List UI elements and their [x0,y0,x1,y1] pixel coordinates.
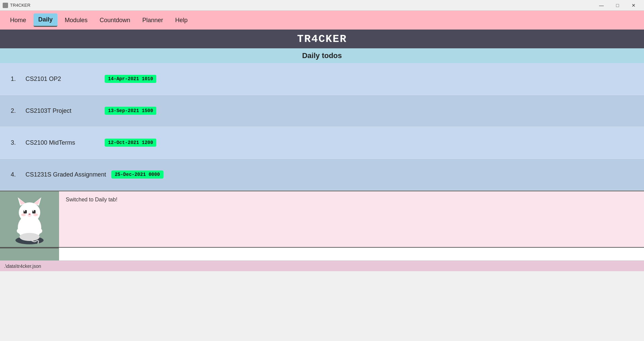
svg-point-17 [19,233,40,241]
todo-number: 2. [11,107,20,114]
mascot-input-spacer [0,248,59,260]
todo-list: 1. CS2101 OP2 14-Apr-2021 1010 2. CS2103… [0,63,644,191]
todo-number: 4. [11,171,20,178]
input-row [0,247,644,260]
svg-point-11 [21,213,26,216]
todo-badge: 14-Apr-2021 1010 [105,75,156,83]
close-button[interactable]: ✕ [626,0,641,11]
mascot-area [0,191,59,247]
svg-point-16 [36,228,42,234]
menu-bar: Home Daily Modules Countdown Planner Hel… [0,11,644,30]
todo-badge: 13-Sep-2021 1500 [105,107,156,115]
menu-item-modules[interactable]: Modules [60,14,92,27]
table-row: 1. CS2101 OP2 14-Apr-2021 1010 [0,63,644,95]
svg-point-10 [33,210,34,211]
app-icon [3,3,8,8]
svg-point-12 [33,213,38,216]
todo-number: 3. [11,139,20,146]
console-panel: Switched to Daily tab! [59,191,644,247]
todo-name: CS1231S Graded Assignment [25,171,106,178]
todo-number: 1. [11,76,20,83]
subheader: Daily todos [0,48,644,63]
svg-point-15 [17,228,23,234]
console-text: Switched to Daily tab! [66,197,117,202]
svg-point-14 [29,213,31,215]
status-path: .\data\tr4cker.json [4,263,41,269]
todo-name: CS2103T Project [25,107,99,114]
title-bar: TR4CKER — □ ✕ [0,0,644,11]
todo-badge: 12-Oct-2021 1200 [105,139,156,147]
mascot-svg [6,187,53,244]
command-input[interactable] [59,248,644,260]
todo-badge: 25-Dec-2021 0000 [111,170,163,179]
menu-item-countdown[interactable]: Countdown [95,14,135,27]
title-bar-left: TR4CKER [3,3,31,8]
menu-item-daily[interactable]: Daily [34,13,57,27]
header-banner: TR4CKER [0,30,644,48]
todo-name: CS2100 MidTerms [25,139,99,146]
menu-item-planner[interactable]: Planner [138,14,168,27]
chat-section: Switched to Daily tab! [0,191,644,247]
title-bar-title: TR4CKER [10,3,31,8]
status-bar: .\data\tr4cker.json [0,260,644,271]
svg-point-2 [19,202,40,223]
table-row: 3. CS2100 MidTerms 12-Oct-2021 1200 [0,127,644,159]
menu-item-help[interactable]: Help [170,14,192,27]
table-row: 2. CS2103T Project 13-Sep-2021 1500 [0,95,644,127]
app-title: TR4CKER [297,33,347,45]
todo-name: CS2101 OP2 [25,76,99,83]
title-bar-controls: — □ ✕ [594,0,641,11]
minimize-button[interactable]: — [594,0,609,11]
menu-item-home[interactable]: Home [5,14,31,27]
page-title: Daily todos [302,51,342,60]
table-row: 4. CS1231S Graded Assignment 25-Dec-2021… [0,159,644,191]
console-output: Switched to Daily tab! [59,191,644,247]
svg-point-9 [24,210,25,211]
maximize-button[interactable]: □ [610,0,625,11]
